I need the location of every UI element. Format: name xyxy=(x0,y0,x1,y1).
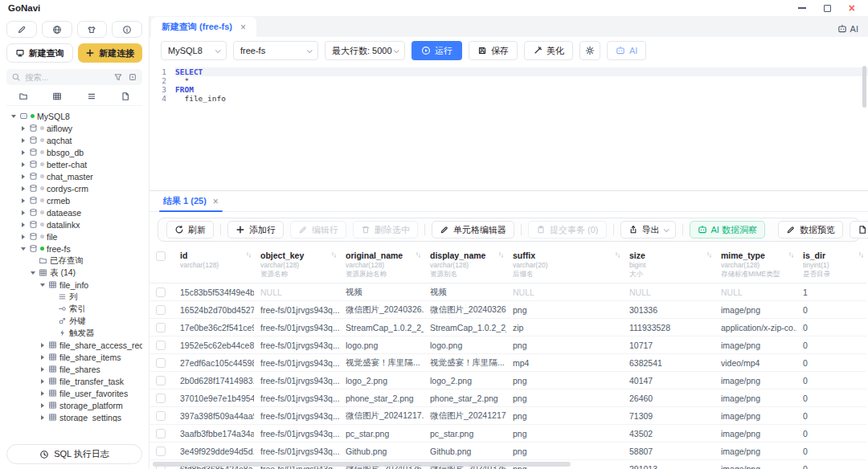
column-header-size[interactable]: sizebigint大小 xyxy=(623,247,714,283)
refresh-button[interactable]: 刷新 xyxy=(166,221,214,239)
row-checkbox[interactable] xyxy=(156,394,166,403)
tree-item-file_user_favorites[interactable]: file_user_favorites xyxy=(6,387,142,399)
pen-button[interactable] xyxy=(6,21,37,38)
close-icon[interactable]: × xyxy=(849,4,855,12)
editor-line[interactable]: 3FROM xyxy=(149,85,868,94)
table-row[interactable]: 3aafb3fbbe174a34a...free-fs/01jrvgs943q.… xyxy=(149,425,866,442)
data-preview-button[interactable]: 数据预览 xyxy=(778,221,843,239)
sort-icon[interactable] xyxy=(706,251,713,259)
table-row[interactable]: 1952e5c62eb44ce8...free-fs/01jrvgs943q..… xyxy=(149,336,866,354)
table-row[interactable]: 3e49f929dde94d5d...free-fs/01jrvgs943q..… xyxy=(149,442,866,460)
table-tab-icon[interactable] xyxy=(52,92,62,101)
chevron-right-icon[interactable] xyxy=(19,173,27,180)
tree-item-file_transfer_task[interactable]: file_transfer_task xyxy=(6,375,142,387)
table-row[interactable]: 2b0d628f17414983...free-fs/01jrvgs943q..… xyxy=(149,372,866,389)
tree-item-file_share_items[interactable]: file_share_items xyxy=(6,351,142,363)
chevron-right-icon[interactable] xyxy=(39,353,46,361)
chevron-right-icon[interactable] xyxy=(19,185,27,192)
tree-item-MySQL8[interactable]: MySQL8 xyxy=(6,110,142,122)
table-row[interactable]: 16524b2d70bd4527...free-fs/01jrvgs943q..… xyxy=(149,301,866,319)
tree-item-better-chat[interactable]: better-chat xyxy=(6,158,142,170)
results-tab[interactable]: 结果 1 (25) × xyxy=(161,191,221,211)
chevron-right-icon[interactable] xyxy=(19,124,27,132)
max-rows-select[interactable]: 最大行数: 5000 xyxy=(325,41,405,60)
sort-icon[interactable] xyxy=(245,251,252,259)
delete-selected-button[interactable]: 删除选中 xyxy=(353,221,418,239)
minimize-icon[interactable] xyxy=(798,7,806,9)
table-row[interactable]: 17e0be36c2f541ce9...free-fs/01jrvgs943q.… xyxy=(149,319,866,336)
connection-select[interactable]: MySQL8 xyxy=(161,41,227,60)
search-input[interactable] xyxy=(25,72,109,82)
list-tab-icon[interactable] xyxy=(87,92,96,101)
table-row[interactable]: 27edf6ac105c44598...free-fs/01jrvgs943q.… xyxy=(149,354,866,372)
table-row[interactable]: 37010e9e7e1b4954...free-fs/01jrvgs943q..… xyxy=(149,389,866,407)
horizontal-scrollbar[interactable] xyxy=(153,462,571,467)
smart-filter-icon[interactable] xyxy=(128,72,137,82)
editor-line[interactable]: 2 * xyxy=(149,76,868,85)
settings-button[interactable] xyxy=(579,41,600,60)
sort-icon[interactable] xyxy=(330,251,338,259)
tree-item-dataease[interactable]: dataease xyxy=(6,206,142,218)
chevron-right-icon[interactable] xyxy=(19,209,27,216)
column-header-suffix[interactable]: suffixvarchar(20)后缀名 xyxy=(506,247,623,283)
file-tab-icon[interactable] xyxy=(121,92,130,101)
database-select[interactable]: free-fs xyxy=(233,41,318,60)
theme-button[interactable] xyxy=(77,21,108,38)
commit-button[interactable]: 提交事务 (0) xyxy=(528,221,607,239)
tree-item-cordys-crm[interactable]: cordys-crm xyxy=(6,182,142,194)
tab-close-icon[interactable]: × xyxy=(240,22,246,33)
field-info-button[interactable]: 字段信息 xyxy=(850,221,868,239)
folder-tab-icon[interactable] xyxy=(18,92,28,101)
tree-item-file_info[interactable]: file_info xyxy=(6,279,142,291)
tree-item-chat_master[interactable]: chat_master xyxy=(6,170,142,182)
chevron-right-icon[interactable] xyxy=(39,414,46,421)
sql-editor[interactable]: 1SELECT2 *3FROM4 file_info xyxy=(149,64,868,190)
tree-item-file[interactable]: file xyxy=(6,230,142,243)
chevron-down-icon[interactable] xyxy=(19,245,27,252)
table-row[interactable]: 15c83b5f534f49e4b...NULL视频视频NULLNULLNULL… xyxy=(149,283,866,301)
row-checkbox[interactable] xyxy=(156,447,166,456)
tree-item-aqchat[interactable]: aqchat xyxy=(6,134,142,146)
tree-item-14[interactable]: 表 (14) xyxy=(6,267,142,279)
column-header-mime_type[interactable]: mime_typevarchar(128)存储标准MIME类型 xyxy=(714,247,796,283)
sort-icon[interactable] xyxy=(415,251,422,259)
new-connection-button[interactable]: 新建连接 xyxy=(78,43,143,63)
filter-icon[interactable] xyxy=(113,72,123,82)
chevron-right-icon[interactable] xyxy=(39,341,46,349)
chevron-right-icon[interactable] xyxy=(19,233,27,240)
ai-panel-button[interactable]: AI xyxy=(837,24,858,34)
tree-item-bbsgo_db[interactable]: bbsgo_db xyxy=(6,146,142,158)
chevron-right-icon[interactable] xyxy=(19,137,27,144)
sort-icon[interactable] xyxy=(858,251,865,259)
chevron-right-icon[interactable] xyxy=(39,389,46,397)
row-checkbox[interactable] xyxy=(156,358,166,368)
save-button[interactable]: 保存 xyxy=(469,41,518,60)
row-checkbox[interactable] xyxy=(156,411,166,421)
chevron-right-icon[interactable] xyxy=(19,221,27,228)
tree-item-aiflowy[interactable]: aiflowy xyxy=(6,122,142,134)
chevron-right-icon[interactable] xyxy=(19,149,27,156)
row-checkbox[interactable] xyxy=(156,288,166,297)
info-button[interactable] xyxy=(112,21,142,38)
run-button[interactable]: 运行 xyxy=(411,41,462,60)
chevron-right-icon[interactable] xyxy=(19,161,27,168)
row-checkbox[interactable] xyxy=(156,323,166,332)
chevron-down-icon[interactable] xyxy=(29,269,36,276)
column-header-object_key[interactable]: object_keyvarchar(128)资源名称 xyxy=(254,247,339,283)
tree-item-crmeb[interactable]: crmeb xyxy=(6,194,142,206)
editor-line[interactable]: 1SELECT xyxy=(149,67,868,76)
column-header-id[interactable]: idvarchar(128) xyxy=(174,247,254,283)
sort-icon[interactable] xyxy=(788,251,795,259)
tree-item-datalinkx[interactable]: datalinkx xyxy=(6,218,142,230)
export-button[interactable]: 导出 xyxy=(620,221,676,239)
select-all-checkbox[interactable] xyxy=(156,251,166,261)
row-checkbox[interactable] xyxy=(156,305,166,315)
sort-icon[interactable] xyxy=(614,251,621,259)
globe-button[interactable] xyxy=(42,21,72,38)
add-row-button[interactable]: 添加行 xyxy=(227,221,284,239)
tree-item-[interactable]: 列 xyxy=(6,291,142,303)
row-checkbox[interactable] xyxy=(156,376,166,385)
tree-item-file_share_access_record[interactable]: file_share_access_record xyxy=(6,339,142,351)
query-tab[interactable]: 新建查询 (free-fs) × xyxy=(151,17,256,37)
tree-item-[interactable]: 触发器 xyxy=(6,327,142,339)
